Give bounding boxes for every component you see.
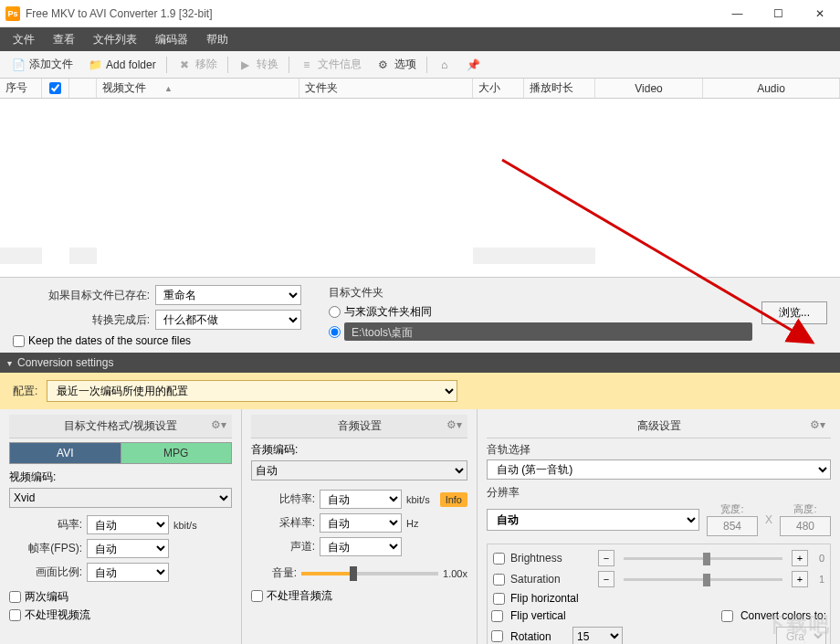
info-badge[interactable]: Info	[440, 492, 467, 507]
after-conv-select[interactable]: 什么都不做	[155, 310, 301, 330]
volume-slider[interactable]	[301, 572, 438, 575]
gear-icon: ⚙	[376, 58, 391, 72]
pin-icon: 📌	[467, 58, 481, 72]
resolution-label: 分辨率	[487, 485, 831, 501]
add-folder-button[interactable]: 📁 Add folder	[80, 55, 163, 75]
dest-same-radio[interactable]	[329, 306, 341, 318]
tab-avi[interactable]: AVI	[9, 442, 121, 464]
aspect-select[interactable]: 自动	[87, 563, 169, 582]
menu-encoder[interactable]: 编码器	[146, 28, 197, 51]
fps-select[interactable]: 自动	[87, 539, 169, 558]
saturation-slider[interactable]	[624, 578, 782, 581]
menu-help[interactable]: 帮助	[197, 28, 237, 51]
options-button[interactable]: ⚙ 选项	[369, 54, 424, 75]
advanced-settings-column: 高级设置 ⚙▾ 音轨选择 自动 (第一音轨) 分辨率 自动 宽度: X 高度: …	[478, 409, 840, 644]
flip-h-checkbox[interactable]	[493, 593, 505, 605]
format-tabs: AVI MPG	[9, 442, 232, 464]
brightness-checkbox[interactable]	[493, 553, 505, 565]
brightness-plus-button[interactable]: +	[792, 550, 808, 566]
minimize-button[interactable]: —	[717, 0, 758, 27]
skip-video-checkbox[interactable]	[9, 609, 21, 621]
home-button[interactable]: ⌂	[430, 55, 459, 75]
home-icon: ⌂	[437, 58, 452, 72]
dest-custom-radio[interactable]	[329, 326, 341, 338]
two-pass-checkbox[interactable]	[9, 591, 21, 603]
col-video-file[interactable]: 视频文件▲	[97, 79, 299, 98]
tab-mpg[interactable]: MPG	[121, 442, 233, 464]
keep-dates-checkbox[interactable]	[13, 335, 25, 347]
when-exists-select[interactable]: 重命名	[155, 285, 301, 305]
info-icon: ≡	[299, 58, 314, 72]
rotation-select[interactable]: 15	[572, 627, 623, 644]
resolution-select[interactable]: 自动	[487, 509, 699, 531]
rotation-checkbox[interactable]	[491, 630, 503, 642]
config-label: 配置:	[13, 384, 37, 399]
color-mode-select[interactable]: Grayscale	[776, 627, 826, 644]
select-all-checkbox[interactable]	[49, 82, 61, 94]
keep-dates-label: Keep the dates of the source files	[28, 334, 191, 347]
file-grid-body[interactable]	[0, 99, 840, 278]
advanced-header: 高级设置 ⚙▾	[487, 415, 831, 438]
conversion-settings-label: Conversion settings	[17, 356, 113, 369]
col-duration[interactable]: 播放时长	[524, 79, 595, 98]
col-size[interactable]: 大小	[473, 79, 524, 98]
audio-bitrate-unit: kbit/s	[406, 494, 430, 505]
convert-colors-checkbox[interactable]	[721, 610, 733, 622]
sort-asc-icon: ▲	[164, 84, 173, 93]
video-settings-column: 目标文件格式/视频设置 ⚙▾ AVI MPG 视频编码: Xvid 码率: 自动…	[0, 409, 242, 644]
brightness-slider[interactable]	[624, 557, 782, 560]
pin-button[interactable]: 📌	[459, 55, 488, 75]
skip-audio-label: 不处理音频流	[267, 588, 332, 604]
maximize-button[interactable]: ☐	[758, 0, 799, 27]
gear-icon[interactable]: ⚙▾	[446, 418, 462, 431]
grid-empty-row	[0, 248, 840, 266]
sample-rate-select[interactable]: 自动	[320, 513, 402, 533]
flip-v-checkbox[interactable]	[491, 610, 503, 622]
dest-path-input[interactable]: E:\tools\桌面	[344, 322, 752, 341]
settings-body: 目标文件格式/视频设置 ⚙▾ AVI MPG 视频编码: Xvid 码率: 自动…	[0, 409, 840, 644]
col-checkbox[interactable]	[42, 79, 69, 98]
col-icon[interactable]	[69, 79, 97, 98]
track-select[interactable]: 自动 (第一音轨)	[487, 459, 831, 480]
toolbar: 📄 添加文件 📁 Add folder ✖ 移除 ▶ 转换 ≡ 文件信息 ⚙ 选…	[0, 51, 840, 79]
file-info-button[interactable]: ≡ 文件信息	[292, 54, 369, 75]
audio-bitrate-select[interactable]: 自动	[320, 490, 402, 509]
conversion-settings-header[interactable]: ▾ Conversion settings	[0, 353, 840, 373]
config-select[interactable]: 最近一次编码所使用的配置	[47, 380, 457, 402]
options-label: 选项	[394, 57, 416, 72]
browse-button[interactable]: 浏览...	[761, 301, 827, 324]
saturation-minus-button[interactable]: −	[598, 571, 614, 587]
remove-icon: ✖	[177, 58, 192, 72]
saturation-plus-button[interactable]: +	[792, 571, 808, 587]
height-label: 高度:	[780, 502, 831, 516]
audio-codec-label: 音频编码:	[251, 442, 467, 458]
flip-h-label: Flip horizontal	[510, 592, 579, 605]
remove-button[interactable]: ✖ 移除	[170, 54, 225, 75]
channel-select[interactable]: 自动	[320, 537, 402, 556]
audio-codec-select[interactable]: 自动	[251, 460, 467, 480]
gear-icon[interactable]: ⚙▾	[810, 418, 825, 431]
saturation-label: Saturation	[510, 573, 593, 586]
saturation-checkbox[interactable]	[493, 574, 505, 586]
col-folder[interactable]: 文件夹	[299, 79, 473, 98]
col-audio[interactable]: Audio	[703, 79, 840, 98]
col-seq[interactable]: 序号	[0, 79, 42, 98]
brightness-minus-button[interactable]: −	[598, 550, 614, 566]
skip-audio-checkbox[interactable]	[251, 590, 263, 602]
track-label: 音轨选择	[487, 442, 831, 458]
menu-file[interactable]: 文件	[4, 28, 44, 51]
gear-icon[interactable]: ⚙▾	[211, 418, 226, 431]
menu-filelist[interactable]: 文件列表	[84, 28, 146, 51]
width-input[interactable]	[707, 516, 758, 536]
bitrate-select[interactable]: 自动	[87, 515, 169, 534]
height-input[interactable]	[780, 516, 831, 536]
close-button[interactable]: ✕	[799, 0, 840, 27]
convert-button[interactable]: ▶ 转换	[231, 54, 286, 75]
toolbar-separator	[166, 57, 167, 73]
convert-colors-label: Convert colors to:	[740, 609, 826, 622]
add-file-button[interactable]: 📄 添加文件	[4, 54, 80, 75]
menu-view[interactable]: 查看	[44, 28, 84, 51]
col-video[interactable]: Video	[595, 79, 703, 98]
video-codec-select[interactable]: Xvid	[9, 488, 232, 508]
brightness-label: Brightness	[510, 552, 593, 565]
